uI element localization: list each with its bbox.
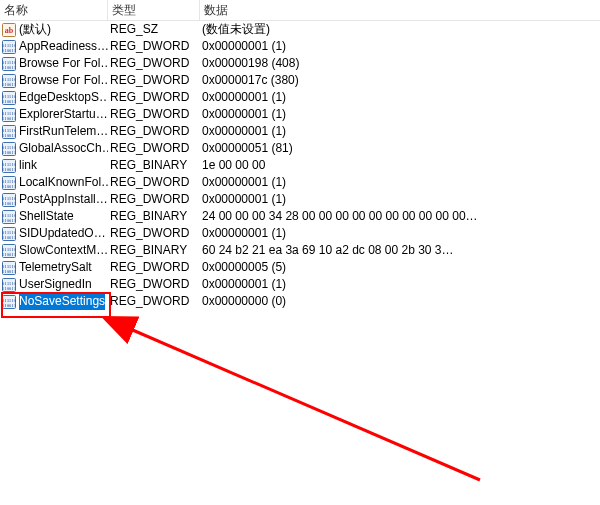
- value-name-text: Browse For Fol…: [19, 72, 108, 89]
- value-name-text: UserSignedIn: [19, 276, 92, 293]
- value-name-cell[interactable]: 011110110011PostAppInstall…: [0, 191, 108, 208]
- svg-text:110: 110: [9, 59, 16, 64]
- reg-binary-icon: 011110110011: [2, 91, 16, 105]
- svg-text:ab: ab: [5, 26, 14, 35]
- reg-binary-icon: 011110110011: [2, 295, 16, 309]
- value-data-cell: 0x00000000 (0): [200, 293, 600, 310]
- value-name-text: Browse For Fol…: [19, 55, 108, 72]
- value-name-text: ExplorerStartu…: [19, 106, 108, 123]
- registry-value-row[interactable]: 011110110011FirstRunTelem…REG_DWORD0x000…: [0, 123, 600, 140]
- svg-text:110: 110: [9, 178, 16, 183]
- svg-text:011: 011: [9, 201, 16, 206]
- value-name-cell[interactable]: 011110110011UserSignedIn: [0, 276, 108, 293]
- svg-text:110: 110: [9, 263, 16, 268]
- value-name-cell[interactable]: 011110110011NoSaveSettings: [0, 293, 108, 310]
- value-name-text: EdgeDesktopS…: [19, 89, 108, 106]
- value-name-cell[interactable]: 011110110011SIDUpdatedO…: [0, 225, 108, 242]
- svg-text:011: 011: [9, 167, 16, 172]
- value-name-text: AppReadiness…: [19, 38, 108, 55]
- value-name-text: TelemetrySalt: [19, 259, 92, 276]
- value-name-cell[interactable]: 011110110011Browse For Fol…: [0, 55, 108, 72]
- svg-text:011: 011: [9, 303, 16, 308]
- value-data-cell: 0x00000001 (1): [200, 174, 600, 191]
- registry-value-row[interactable]: 011110110011SlowContextM…REG_BINARY60 24…: [0, 242, 600, 259]
- registry-value-row[interactable]: 011110110011ExplorerStartu…REG_DWORD0x00…: [0, 106, 600, 123]
- value-name-text: LocalKnownFol…: [19, 174, 108, 191]
- value-name-cell[interactable]: 011110110011TelemetrySalt: [0, 259, 108, 276]
- value-name-cell[interactable]: 011110110011GlobalAssocCh…: [0, 140, 108, 157]
- value-type-cell: REG_DWORD: [108, 259, 200, 276]
- svg-text:011: 011: [9, 82, 16, 87]
- reg-binary-icon: 011110110011: [2, 210, 16, 224]
- value-type-cell: REG_DWORD: [108, 89, 200, 106]
- value-name-cell[interactable]: 011110110011AppReadiness…: [0, 38, 108, 55]
- value-type-cell: REG_DWORD: [108, 191, 200, 208]
- rows-container: ab(默认)REG_SZ(数值未设置)011110110011AppReadin…: [0, 21, 600, 310]
- registry-value-row[interactable]: 011110110011SIDUpdatedO…REG_DWORD0x00000…: [0, 225, 600, 242]
- reg-binary-icon: 011110110011: [2, 227, 16, 241]
- registry-value-row[interactable]: 011110110011GlobalAssocCh…REG_DWORD0x000…: [0, 140, 600, 157]
- registry-value-row[interactable]: 011110110011linkREG_BINARY1e 00 00 00: [0, 157, 600, 174]
- svg-text:110: 110: [9, 93, 16, 98]
- column-header-name[interactable]: 名称: [0, 0, 108, 20]
- reg-binary-icon: 011110110011: [2, 278, 16, 292]
- registry-value-row[interactable]: ab(默认)REG_SZ(数值未设置): [0, 21, 600, 38]
- registry-value-row[interactable]: 011110110011Browse For Fol…REG_DWORD0x00…: [0, 72, 600, 89]
- value-data-cell: 0x00000001 (1): [200, 225, 600, 242]
- svg-text:110: 110: [9, 280, 16, 285]
- value-name-text: (默认): [19, 21, 51, 38]
- svg-text:011: 011: [9, 235, 16, 240]
- value-type-cell: REG_BINARY: [108, 242, 200, 259]
- reg-binary-icon: 011110110011: [2, 108, 16, 122]
- svg-text:011: 011: [9, 48, 16, 53]
- svg-text:110: 110: [9, 195, 16, 200]
- value-name-cell[interactable]: 011110110011LocalKnownFol…: [0, 174, 108, 191]
- value-name-cell[interactable]: 011110110011EdgeDesktopS…: [0, 89, 108, 106]
- value-name-text: FirstRunTelem…: [19, 123, 108, 140]
- reg-binary-icon: 011110110011: [2, 193, 16, 207]
- reg-binary-icon: 011110110011: [2, 159, 16, 173]
- registry-value-row[interactable]: 011110110011TelemetrySaltREG_DWORD0x0000…: [0, 259, 600, 276]
- value-name-cell[interactable]: 011110110011FirstRunTelem…: [0, 123, 108, 140]
- registry-value-row[interactable]: 011110110011UserSignedInREG_DWORD0x00000…: [0, 276, 600, 293]
- value-type-cell: REG_DWORD: [108, 293, 200, 310]
- value-data-cell: 0x00000005 (5): [200, 259, 600, 276]
- value-name-cell[interactable]: 011110110011ExplorerStartu…: [0, 106, 108, 123]
- svg-text:110: 110: [9, 229, 16, 234]
- svg-text:110: 110: [9, 246, 16, 251]
- reg-binary-icon: 011110110011: [2, 176, 16, 190]
- value-data-cell: 0x00000051 (81): [200, 140, 600, 157]
- registry-value-row[interactable]: 011110110011NoSaveSettingsREG_DWORD0x000…: [0, 293, 600, 310]
- column-header-data[interactable]: 数据: [200, 0, 600, 20]
- registry-value-row[interactable]: 011110110011LocalKnownFol…REG_DWORD0x000…: [0, 174, 600, 191]
- registry-value-row[interactable]: 011110110011EdgeDesktopS…REG_DWORD0x0000…: [0, 89, 600, 106]
- registry-value-row[interactable]: 011110110011ShellStateREG_BINARY24 00 00…: [0, 208, 600, 225]
- column-headers[interactable]: 名称 类型 数据: [0, 0, 600, 21]
- value-name-text: PostAppInstall…: [19, 191, 108, 208]
- registry-value-row[interactable]: 011110110011AppReadiness…REG_DWORD0x0000…: [0, 38, 600, 55]
- registry-value-row[interactable]: 011110110011PostAppInstall…REG_DWORD0x00…: [0, 191, 600, 208]
- svg-text:110: 110: [9, 110, 16, 115]
- value-type-cell: REG_DWORD: [108, 140, 200, 157]
- column-header-type[interactable]: 类型: [108, 0, 200, 20]
- value-type-cell: REG_DWORD: [108, 276, 200, 293]
- reg-binary-icon: 011110110011: [2, 74, 16, 88]
- svg-text:110: 110: [9, 127, 16, 132]
- value-data-cell: 0x00000001 (1): [200, 276, 600, 293]
- value-name-cell[interactable]: 011110110011link: [0, 157, 108, 174]
- registry-value-list[interactable]: 名称 类型 数据 ab(默认)REG_SZ(数值未设置)011110110011…: [0, 0, 600, 310]
- svg-text:011: 011: [9, 133, 16, 138]
- svg-text:011: 011: [9, 65, 16, 70]
- svg-text:011: 011: [9, 269, 16, 274]
- svg-line-83: [128, 328, 480, 480]
- reg-binary-icon: 011110110011: [2, 244, 16, 258]
- value-type-cell: REG_DWORD: [108, 174, 200, 191]
- value-name-cell[interactable]: ab(默认): [0, 21, 108, 38]
- svg-text:011: 011: [9, 184, 16, 189]
- value-name-cell[interactable]: 011110110011ShellState: [0, 208, 108, 225]
- value-name-cell[interactable]: 011110110011Browse For Fol…: [0, 72, 108, 89]
- value-name-cell[interactable]: 011110110011SlowContextM…: [0, 242, 108, 259]
- value-name-text: link: [19, 157, 37, 174]
- registry-value-row[interactable]: 011110110011Browse For Fol…REG_DWORD0x00…: [0, 55, 600, 72]
- value-type-cell: REG_DWORD: [108, 225, 200, 242]
